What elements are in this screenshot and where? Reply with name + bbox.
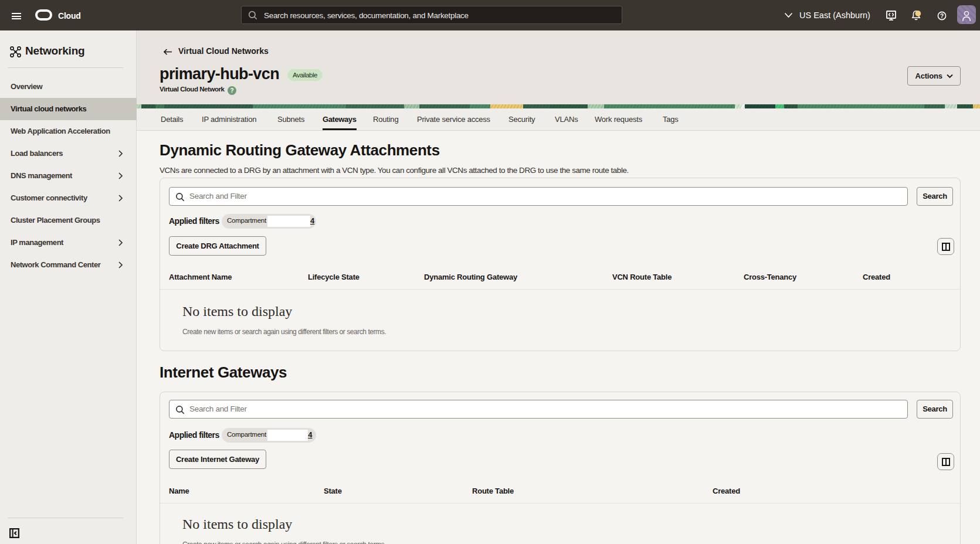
svg-text:?: ? (940, 13, 944, 19)
